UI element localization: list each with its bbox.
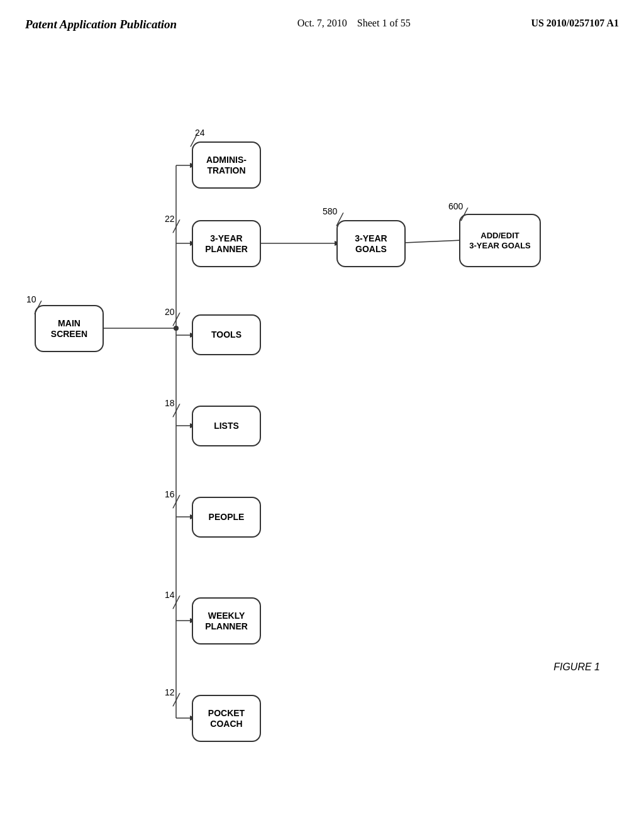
node-lists: LISTS <box>192 406 261 446</box>
connector-lines <box>0 82 644 811</box>
node-weekly-planner: WEEKLYPLANNER <box>192 597 261 645</box>
node-administration: ADMINIS-TRATION <box>192 141 261 189</box>
publication-title: Patent Application Publication <box>25 18 177 31</box>
label-slant-600: ╱ <box>461 208 468 221</box>
figure-label: FIGURE 1 <box>553 661 600 673</box>
patent-number: US 2010/0257107 A1 <box>531 18 619 29</box>
sheet-info: Sheet 1 of 55 <box>357 18 411 28</box>
header-center: Oct. 7, 2010 Sheet 1 of 55 <box>297 18 411 29</box>
node-three-year-goals: 3-YEARGOALS <box>336 220 406 267</box>
label-slant-20: ╱ <box>173 313 180 326</box>
publication-date: Oct. 7, 2010 <box>297 18 347 28</box>
node-tools: TOOLS <box>192 314 261 355</box>
label-slant-12: ╱ <box>173 693 180 707</box>
label-slant-18: ╱ <box>173 404 180 418</box>
header: Patent Application Publication Oct. 7, 2… <box>0 0 644 38</box>
node-three-year-planner: 3-YEARPLANNER <box>192 220 261 267</box>
node-people: PEOPLE <box>192 497 261 538</box>
label-slant-580: ╱ <box>336 213 343 226</box>
node-add-edit-goals: ADD/EDIT3-YEAR GOALS <box>459 214 541 267</box>
label-slant-10: ╱ <box>35 301 42 314</box>
label-slant-22: ╱ <box>173 219 180 233</box>
label-580: 580 <box>323 206 337 216</box>
diagram: MAIN SCREEN ADMINIS-TRATION 3-YEARPLANNE… <box>0 82 644 811</box>
label-slant-14: ╱ <box>173 595 180 609</box>
label-slant-24: ╱ <box>191 133 197 147</box>
label-slant-16: ╱ <box>173 495 180 509</box>
node-pocket-coach: POCKETCOACH <box>192 695 261 742</box>
node-main-screen: MAIN SCREEN <box>35 305 104 352</box>
